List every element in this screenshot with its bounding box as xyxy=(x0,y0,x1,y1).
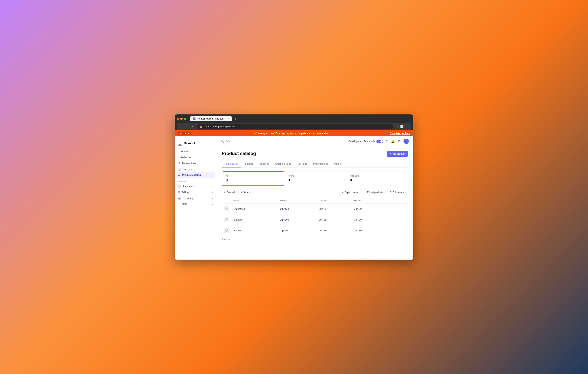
test-banner: Test mode You're using test data. To acc… xyxy=(175,130,413,136)
payments-arrow-icon: ∨ xyxy=(212,185,213,187)
plus-icon: + xyxy=(405,139,407,143)
row-startup-icon-cell xyxy=(222,214,231,225)
toggle-switch[interactable] xyxy=(376,140,383,143)
more-arrow-icon: ∨ xyxy=(212,203,213,205)
address-bar[interactable]: 🔒 dashboard.stripe.com/products xyxy=(197,124,393,129)
table-row[interactable]: Startup 2 prices Jun 28 Jun 30 ··· xyxy=(222,214,408,225)
add-product-button[interactable]: + Add product xyxy=(387,151,408,157)
header-actions: Developers Test mode ? 🔔 ⚙ + xyxy=(348,139,409,144)
bookmark-icon[interactable]: ☆ xyxy=(395,125,398,128)
browser-top: S Product catalog – Microbot – ✕ + ⋮ xyxy=(177,116,411,121)
status-filter-label: Status xyxy=(243,191,250,194)
table-header-checkbox xyxy=(222,198,231,203)
browser-nav: ← → ↻ 🔒 dashboard.stripe.com/products ☆ … xyxy=(177,123,411,130)
hobby-updated: Jun 30 xyxy=(352,225,388,236)
app-layout: Microbot ⌂ Home ≡ Balances ⟲ Transaction… xyxy=(175,136,413,260)
logo-text: Microbot xyxy=(184,142,195,145)
tab-title: Product catalog – Microbot – xyxy=(197,118,226,120)
sidebar-item-payments-label: Payments xyxy=(183,185,194,188)
sidebar-item-transactions[interactable]: ⟲ Transactions xyxy=(176,160,215,166)
active-tab[interactable]: S Product catalog – Microbot – ✕ xyxy=(190,116,232,121)
sidebar-item-home[interactable]: ⌂ Home xyxy=(176,149,215,154)
table-col-name: Name xyxy=(231,198,278,203)
tab-favicon: S xyxy=(193,118,196,120)
sidebar-item-customers[interactable]: ◯ Customers xyxy=(176,166,215,172)
balances-icon: ≡ xyxy=(178,156,179,159)
status-card-archived[interactable]: Archived 0 xyxy=(346,171,408,186)
table-body: Enterprise 2 prices Jun 28 Jun 30 ··· xyxy=(222,203,408,236)
tab-tax-rates[interactable]: Tax rates xyxy=(294,160,310,168)
status-card-all-label: All xyxy=(226,175,280,177)
status-card-active[interactable]: Active 3 xyxy=(284,171,346,186)
traffic-light-minimize[interactable] xyxy=(180,118,183,120)
sidebar-item-reporting[interactable]: 📊 Reporting ∨ xyxy=(176,195,215,201)
browser-actions: ☆ ⬜ ⋮ xyxy=(395,125,409,128)
sidebar-item-payments[interactable]: ⬜ Payments ∨ xyxy=(176,183,215,189)
new-tab-icon[interactable]: + xyxy=(233,117,238,121)
reporting-icon: 📊 xyxy=(178,196,181,200)
complete-profile-link[interactable]: Complete profile ↗ xyxy=(390,132,410,135)
more-icon: ··· xyxy=(178,202,180,205)
traffic-light-fullscreen[interactable] xyxy=(184,118,186,120)
status-card-all[interactable]: All 3 xyxy=(222,171,284,186)
refresh-button[interactable]: ↻ xyxy=(191,125,195,128)
status-card-archived-value: 0 xyxy=(350,178,404,182)
table-col-created: Created xyxy=(317,198,352,203)
hobby-row-actions[interactable]: ··· xyxy=(388,225,408,236)
page-title: Product catalog xyxy=(222,151,256,156)
row-enterprise-icon-cell xyxy=(222,203,231,214)
traffic-light-close[interactable] xyxy=(177,118,179,120)
sidebar-item-customers-label: Customers xyxy=(183,168,195,171)
sidebar-item-billing[interactable]: ▤ Billing ∨ xyxy=(176,189,215,195)
search-icon: 🔍 xyxy=(221,140,224,143)
export-prices-icon: ↗ xyxy=(342,191,344,194)
settings-icon[interactable]: ⚙ xyxy=(398,139,400,143)
export-prices-label: Export prices xyxy=(345,191,358,194)
edit-columns-icon: ⚙ xyxy=(389,191,392,194)
developers-button[interactable]: Developers xyxy=(348,140,361,143)
help-icon[interactable]: ? xyxy=(386,140,388,143)
sidebar-item-transactions-label: Transactions xyxy=(182,162,196,165)
status-cards: All 3 Active 3 Archived 0 xyxy=(222,171,408,186)
export-products-button[interactable]: ↗ Export products xyxy=(362,190,386,195)
export-products-icon: ↗ xyxy=(364,191,366,194)
payments-icon: ⬜ xyxy=(178,185,181,188)
table-row[interactable]: Hobby 2 prices Jun 28 Jun 30 ··· xyxy=(222,225,408,236)
filter-row: ⊕ Created ⊕ Status ↗ Export prices xyxy=(222,190,408,195)
edit-columns-label: Edit columns xyxy=(392,191,406,194)
tab-shipping-rates[interactable]: Shipping rates xyxy=(272,160,294,168)
edit-columns-button[interactable]: ⚙ Edit columns xyxy=(387,190,408,195)
sidebar-item-more[interactable]: ··· More ∨ xyxy=(176,201,215,207)
search-bar[interactable]: 🔍 Search xyxy=(221,140,233,143)
export-prices-button[interactable]: ↗ Export prices xyxy=(339,190,360,195)
extensions-icon[interactable]: ⬜ xyxy=(400,125,404,128)
startup-product-icon xyxy=(224,217,229,222)
sidebar-item-balances[interactable]: ≡ Balances xyxy=(176,154,215,160)
add-button[interactable]: + xyxy=(403,139,409,144)
test-mode-toggle: Test mode xyxy=(364,140,383,143)
test-banner-message: You're using test data. To accept paymen… xyxy=(252,132,328,135)
hobby-pricing: 2 prices xyxy=(278,225,317,236)
status-filter-button[interactable]: ⊕ Status xyxy=(238,190,252,195)
status-card-active-label: Active xyxy=(288,174,342,177)
product-catalog-icon xyxy=(178,173,180,177)
tab-all-products[interactable]: All products xyxy=(222,160,241,168)
startup-row-actions[interactable]: ··· xyxy=(388,214,408,225)
browser-menu-icon[interactable]: ⋮ xyxy=(409,117,411,120)
tab-features[interactable]: Features xyxy=(241,160,256,168)
notifications-icon[interactable]: 🔔 xyxy=(391,139,395,143)
page-body: Product catalog + Add product All produc… xyxy=(216,146,413,260)
products-table: Name Pricing Created Updated xyxy=(222,198,408,236)
created-filter-button[interactable]: ⊕ Created xyxy=(222,190,237,195)
sidebar-item-product-catalog[interactable]: Product catalog xyxy=(176,172,215,178)
tab-close-icon[interactable]: ✕ xyxy=(228,118,229,120)
tab-coupons[interactable]: Coupons xyxy=(256,160,272,168)
tab-meters[interactable]: Meters xyxy=(331,160,345,168)
tab-pricing-tables[interactable]: Pricing tables xyxy=(310,160,331,168)
tab-nav: All products Features Coupons Shipping r… xyxy=(222,160,408,168)
back-button[interactable]: ← xyxy=(179,125,183,128)
forward-button[interactable]: → xyxy=(185,125,189,128)
enterprise-row-actions[interactable]: ··· xyxy=(388,203,408,214)
table-row[interactable]: Enterprise 2 prices Jun 28 Jun 30 ··· xyxy=(222,203,408,214)
menu-icon[interactable]: ⋮ xyxy=(405,125,409,128)
